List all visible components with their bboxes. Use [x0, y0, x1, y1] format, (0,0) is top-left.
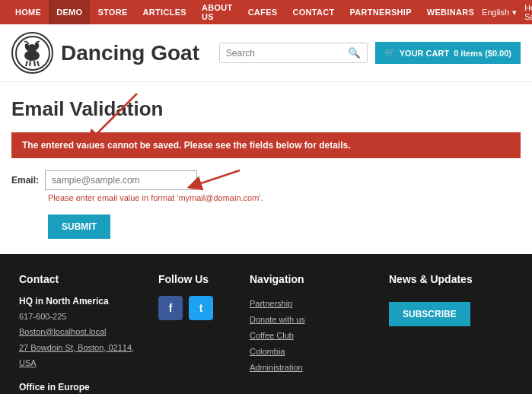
email-label: Email: [11, 175, 39, 186]
goat-logo-svg [15, 36, 50, 71]
subscribe-button[interactable]: SUBSCRIBE [389, 302, 470, 326]
language-label: English [482, 8, 509, 17]
header-right: 🔍 🛒 YOUR CART 0 items ($0.00) [219, 42, 521, 64]
news-title: News & Updates [389, 273, 513, 285]
top-nav: HOME DEMO STORE ARTICLES ABOUT US CAFES … [0, 0, 532, 24]
page-title: Email Validation [11, 97, 521, 121]
site-header: Dancing Goat 🔍 🛒 YOUR CART 0 items ($0.0… [0, 24, 532, 82]
contact-eu: Office in Europe 0173-733-6375 London@lo… [19, 382, 143, 394]
footer-news: News & Updates SUBSCRIBE [381, 273, 521, 394]
nav-links: HOME DEMO STORE ARTICLES ABOUT US CAFES … [8, 0, 482, 24]
cart-count: 0 items ($0.00) [454, 49, 511, 58]
email-form: Email: Please enter email value in forma… [11, 170, 521, 239]
nav-right: English ▾ Hello, Sample ▾ [482, 3, 532, 21]
contact-na-phone: 617-600-225 [19, 310, 143, 324]
nav-item-webinars[interactable]: WEBINARS [419, 0, 482, 24]
svg-line-4 [30, 61, 30, 66]
contact-na-email[interactable]: Boston@localhost.local [19, 324, 143, 340]
contact-eu-title: Office in Europe [19, 382, 143, 392]
nav-item-home[interactable]: HOME [8, 0, 49, 24]
nav-item-partnership[interactable]: PARTNERSHIP [342, 0, 419, 24]
user-label: Hello, Sample [524, 3, 532, 21]
facebook-icon: f [169, 302, 173, 314]
navigation-title: Navigation [250, 273, 374, 285]
footer-nav-link-colombia[interactable]: Colombia [250, 344, 374, 360]
main-content: Email Validation The entered values cann… [0, 82, 532, 254]
site-title: Dancing Goat [61, 41, 199, 65]
nav-item-store[interactable]: STORE [90, 0, 135, 24]
search-box[interactable]: 🔍 [219, 43, 368, 63]
contact-na-title: HQ in North America [19, 296, 143, 307]
footer-nav-link-admin[interactable]: Administration [250, 360, 374, 376]
follow-title: Follow Us [158, 273, 234, 285]
nav-item-cafes[interactable]: CAFES [241, 0, 285, 24]
nav-item-contact[interactable]: CONTACT [285, 0, 342, 24]
nav-item-articles[interactable]: ARTICLES [135, 0, 194, 24]
language-selector[interactable]: English ▾ [482, 8, 517, 17]
footer-navigation: Navigation Partnership Donate with us Co… [242, 273, 381, 394]
social-icons: f t [158, 296, 234, 320]
svg-line-5 [34, 61, 35, 66]
svg-line-3 [26, 61, 27, 66]
footer-follow: Follow Us f t [151, 273, 242, 394]
site-footer: Contact HQ in North America 617-600-225 … [0, 254, 532, 394]
search-icon: 🔍 [348, 47, 361, 59]
footer-nav-link-coffee[interactable]: Coffee Club [250, 328, 374, 344]
twitter-button[interactable]: t [189, 296, 213, 320]
cart-button[interactable]: 🛒 YOUR CART 0 items ($0.00) [375, 42, 521, 64]
submit-button[interactable]: SUBMIT [48, 214, 110, 239]
validation-message: Please enter email value in format 'myma… [48, 193, 521, 202]
footer-nav-link-donate[interactable]: Donate with us [250, 312, 374, 328]
email-form-row: Email: [11, 170, 521, 190]
footer-nav-link-partnership[interactable]: Partnership [250, 296, 374, 312]
contact-na: HQ in North America 617-600-225 Boston@l… [19, 296, 143, 371]
search-input[interactable] [220, 44, 342, 62]
search-button[interactable]: 🔍 [342, 43, 367, 62]
contact-na-address[interactable]: 27 Bowdoin St, Boston, 02114, USA [19, 340, 143, 372]
error-banner: The entered values cannot be saved. Plea… [11, 132, 521, 158]
footer-contact: Contact HQ in North America 617-600-225 … [11, 273, 151, 394]
cart-icon: 🛒 [384, 48, 395, 58]
cart-label: YOUR CART [400, 49, 449, 58]
logo-icon [11, 32, 53, 74]
logo-area: Dancing Goat [11, 32, 199, 74]
nav-item-about[interactable]: ABOUT US [194, 0, 241, 24]
contact-title: Contact [19, 273, 143, 285]
nav-item-demo[interactable]: DEMO [49, 0, 90, 24]
twitter-icon: t [199, 302, 203, 314]
user-selector[interactable]: Hello, Sample ▾ [524, 3, 532, 21]
chevron-down-icon: ▾ [512, 8, 517, 17]
facebook-button[interactable]: f [158, 296, 183, 320]
svg-line-6 [37, 61, 39, 66]
email-input[interactable] [45, 170, 197, 190]
